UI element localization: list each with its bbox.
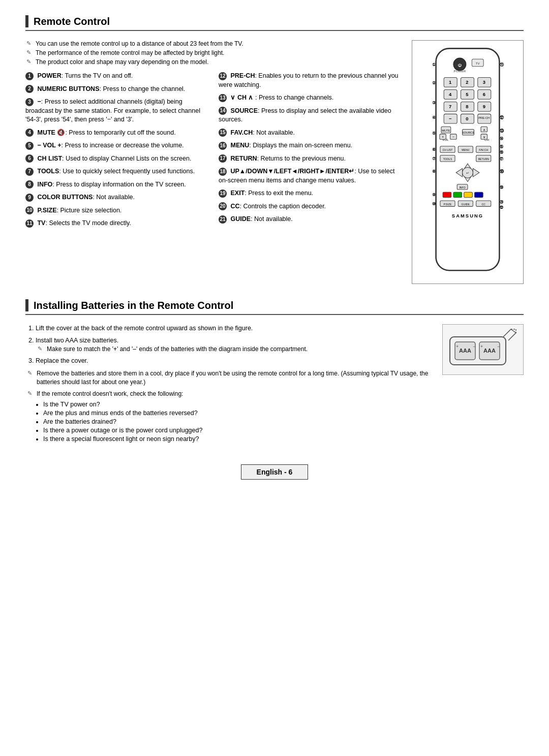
svg-text:9: 9 — [483, 104, 485, 109]
item-2: 2 NUMERIC BUTTONS: Press to change the c… — [25, 85, 208, 94]
svg-text:6: 6 — [483, 92, 485, 97]
item-17: 17 RETURN: Returns to the previous menu. — [219, 154, 402, 164]
svg-text:2: 2 — [466, 80, 468, 85]
install-step-2: Install two AAA size batteries. Make sur… — [36, 336, 432, 354]
item-4: 4 MUTE 🔇: Press to temporarily cut off t… — [25, 129, 208, 138]
item-9: 9 COLOR BUTTONS: Not available. — [25, 193, 208, 202]
svg-text:⏻: ⏻ — [458, 63, 462, 68]
install-note-2: Remove the batteries and store them in a… — [25, 369, 432, 387]
install-instructions: Lift the cover at the back of the remote… — [25, 324, 432, 444]
item-10: 10 P.SIZE: Picture size selection. — [25, 206, 208, 215]
item-8: 8 INFO: Press to display information on … — [25, 180, 208, 190]
button-descriptions: 1 POWER: Turns the TV on and off. 2 NUME… — [25, 72, 402, 232]
svg-text:MUTE: MUTE — [442, 129, 450, 132]
item-7: 7 TOOLS: Use to quickly select frequentl… — [25, 167, 208, 176]
item-14: 14 SOURCE: Press to display and select t… — [219, 107, 402, 124]
svg-text:⑰: ⑰ — [500, 156, 504, 161]
item-1: 1 POWER: Turns the TV on and off. — [25, 72, 208, 81]
svg-text:INFO: INFO — [459, 186, 465, 189]
remote-control-section: Remote Control You can use the remote co… — [25, 15, 524, 284]
left-column: 1 POWER: Turns the TV on and off. 2 NUME… — [25, 72, 208, 232]
item-6: 6 CH LIST: Used to display Channel Lists… — [25, 154, 208, 164]
svg-rect-79 — [443, 192, 451, 197]
svg-text:④: ④ — [432, 115, 436, 120]
svg-rect-80 — [453, 192, 462, 197]
install-note-3: If the remote control doesn't work, chec… — [25, 390, 432, 398]
svg-text:AAA: AAA — [483, 348, 496, 354]
svg-text:RETURN: RETURN — [478, 158, 489, 161]
svg-text:P.SIZE: P.SIZE — [444, 203, 452, 206]
svg-text:AAA: AAA — [459, 348, 471, 354]
svg-text:1: 1 — [449, 80, 451, 85]
item-12: 12 PRE-CH: Enables you to return to the … — [219, 72, 402, 89]
item-21: 21 GUIDE: Not available. — [219, 215, 402, 224]
remote-svg: ⏻ POWER TV ① ⑪ 1 2 3 — [415, 43, 521, 281]
install-batteries-section: Installing Batteries in the Remote Contr… — [25, 299, 524, 444]
svg-rect-82 — [475, 192, 483, 197]
svg-text:SOURCE: SOURCE — [462, 131, 475, 134]
svg-text:−: − — [449, 116, 452, 121]
install-note-1: Make sure to match the '+' and '–' ends … — [36, 345, 432, 354]
svg-text:−: − — [452, 135, 454, 139]
item-3: 3 −: Press to select additional channels… — [25, 98, 208, 124]
svg-text:CH LIST: CH LIST — [443, 148, 453, 151]
item-11: 11 TV: Selects the TV mode directly. — [25, 219, 208, 228]
item-16: 16 MENU: Displays the main on-screen men… — [219, 141, 402, 150]
svg-text:∧: ∧ — [483, 128, 485, 132]
svg-text:5: 5 — [466, 92, 468, 97]
svg-text:+: + — [442, 135, 444, 139]
svg-text:−: − — [473, 344, 475, 349]
svg-text:TV: TV — [476, 61, 480, 65]
svg-text:①: ① — [432, 62, 436, 67]
rc-left-panel: You can use the remote control up to a d… — [25, 40, 402, 284]
svg-text:⑮: ⑮ — [500, 144, 504, 149]
bullet-4: Is there a power outage or is the power … — [43, 427, 432, 434]
note-2: The performance of the remote control ma… — [25, 49, 402, 56]
svg-text:②: ② — [432, 80, 436, 85]
note-3: The product color and shape may vary dep… — [25, 58, 402, 66]
rc-section-content: You can use the remote control up to a d… — [25, 40, 524, 284]
svg-text:CC: CC — [481, 203, 485, 206]
svg-text:−: − — [497, 344, 500, 349]
svg-text:⑱: ⑱ — [500, 169, 504, 174]
bullet-1: Is the TV power on? — [43, 401, 432, 408]
battery-svg: AAA AAA + − + − — [445, 327, 521, 372]
svg-text:㉑: ㉑ — [500, 205, 504, 210]
item-15: 15 FAV.CH: Not available. — [219, 129, 402, 138]
svg-text:⑫: ⑫ — [500, 115, 504, 120]
section2-title-bar: Installing Batteries in the Remote Contr… — [25, 299, 524, 315]
section1-title-bar: Remote Control — [25, 15, 524, 31]
svg-text:3: 3 — [483, 80, 485, 85]
svg-text:⑦: ⑦ — [432, 156, 436, 161]
title-bar-accent-2 — [25, 299, 28, 311]
install-content: Lift the cover at the back of the remote… — [25, 324, 524, 444]
svg-text:⑥: ⑥ — [432, 147, 436, 152]
svg-text:⑤: ⑤ — [432, 131, 436, 136]
svg-text:+: + — [480, 344, 483, 349]
install-step-3: Replace the cover. — [36, 357, 432, 366]
svg-text:③: ③ — [432, 100, 436, 105]
section1-title: Remote Control — [34, 16, 110, 27]
svg-text:⑧: ⑧ — [432, 169, 436, 174]
battery-diagram: AAA AAA + − + − — [442, 324, 524, 375]
svg-text:GUIDE: GUIDE — [462, 203, 470, 206]
remote-image-container: ⏻ POWER TV ① ⑪ 1 2 3 — [412, 40, 524, 284]
svg-text:SAMSUNG: SAMSUNG — [452, 213, 483, 218]
svg-text:0: 0 — [466, 116, 468, 121]
note-1: You can use the remote control up to a d… — [25, 40, 402, 47]
item-19: 19 EXIT: Press to exit the menu. — [219, 189, 402, 198]
svg-text:TOOLS: TOOLS — [443, 158, 452, 161]
item-5: 5 − VOL +: Press to increase or decrease… — [25, 141, 208, 150]
troubleshoot-list: Is the TV power on? Are the plus and min… — [43, 401, 432, 443]
svg-text:7: 7 — [449, 104, 451, 109]
svg-text:⑭: ⑭ — [500, 136, 504, 141]
item-13: 13 ∨ CH ∧ : Press to change channels. — [219, 93, 402, 103]
svg-text:⑪: ⑪ — [500, 62, 504, 67]
svg-text:⑬: ⑬ — [500, 128, 504, 133]
svg-text:FAV.CH: FAV.CH — [479, 148, 488, 151]
svg-text:⑩: ⑩ — [432, 201, 436, 206]
remote-diagram: ⏻ POWER TV ① ⑪ 1 2 3 — [412, 40, 524, 284]
item-20: 20 CC: Controls the caption decoder. — [219, 202, 402, 211]
title-bar-accent — [25, 15, 28, 27]
svg-text:+: + — [456, 344, 459, 349]
